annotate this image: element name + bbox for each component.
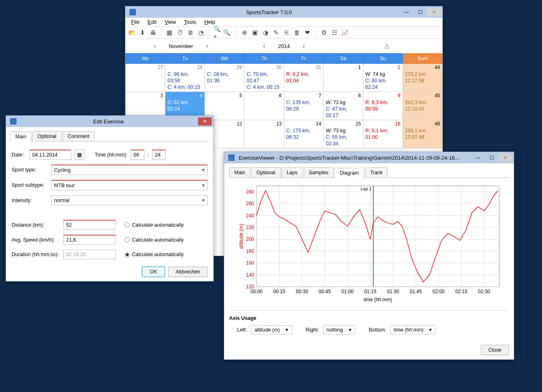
svg-text:240: 240 [246, 213, 254, 219]
vtab-track[interactable]: Track [365, 167, 388, 177]
minimize-button[interactable]: — [400, 8, 413, 16]
calendar-cell[interactable]: 7C: 135 km, 06:29 [284, 92, 323, 120]
columns-icon[interactable]: ☷ [330, 29, 338, 37]
calendar-cell[interactable]: 44270,2 km12:17:56 [402, 64, 442, 92]
vtab-optional[interactable]: Optional [251, 167, 281, 177]
menu-file[interactable]: File [128, 18, 143, 26]
calendar-cell[interactable]: 13 [244, 120, 284, 148]
calendar-cell[interactable]: 8W: 73 kgC: 47 km, 02:17 [323, 92, 363, 120]
calendar-cell[interactable]: 27 [126, 64, 165, 92]
sport-type-label: Sport type: [12, 167, 48, 173]
menu-help[interactable]: Help [201, 18, 219, 26]
open-icon[interactable]: 📂 [128, 29, 136, 37]
calendar-cell[interactable]: 31R: 8,2 km, 01:04 [284, 64, 323, 92]
duration-input[interactable] [63, 250, 116, 259]
vtab-samples[interactable]: Samples [304, 167, 334, 177]
copy-icon[interactable]: ⎘ [282, 29, 290, 37]
print-icon[interactable]: 🖶 [149, 29, 157, 37]
right-axis-label: Right: [306, 327, 319, 333]
add-weight-icon[interactable]: ◑ [261, 29, 269, 37]
date-picker-button[interactable]: ▦ [75, 150, 84, 160]
tab-comment[interactable]: Comment [63, 131, 95, 141]
dialog-app-icon [10, 118, 17, 125]
svg-text:time (hh:mm): time (hh:mm) [364, 297, 392, 302]
sport-type-select[interactable]: Cycling▾ [51, 165, 208, 175]
calendar-cell[interactable]: 28C: 96 km, 03:56C: 4 km, 00:15 [165, 64, 205, 92]
dialog-close-button[interactable]: ✕ [198, 117, 212, 125]
next-month-button[interactable]: › [203, 41, 211, 51]
home-button[interactable]: ⌂ [385, 42, 389, 50]
svg-text:01:00: 01:00 [342, 289, 354, 294]
intensity-label: Intensity: [12, 198, 48, 203]
calendar-icon[interactable]: ▦ [165, 29, 173, 37]
maximize-button[interactable]: ☐ [413, 8, 427, 16]
sport-subtype-select[interactable]: MTB tour▾ [51, 180, 208, 190]
calendar-cell[interactable]: 6 [244, 92, 284, 120]
svg-text:02:15: 02:15 [455, 289, 467, 294]
distance-input[interactable] [63, 220, 116, 230]
svg-text:altitude (m): altitude (m) [238, 224, 244, 249]
year-label: 2014 [278, 43, 290, 49]
calendar-cell[interactable]: 16R: 9,1 km, 01:00 [363, 120, 402, 148]
prev-year-button[interactable]: ‹ [260, 41, 268, 51]
zoom-out-icon[interactable]: 🔍- [224, 29, 232, 37]
calendar-cell[interactable]: 2W: 74 kgC: 60 km, 02:24 [363, 64, 402, 92]
edit-icon[interactable]: ✎ [272, 29, 280, 37]
time-hh-input[interactable] [131, 150, 144, 160]
calendar-cell[interactable]: 46239,1 km12:07:46 [402, 120, 442, 148]
viewer-minimize-button[interactable]: — [471, 154, 485, 162]
menu-tools[interactable]: Tools [181, 18, 199, 26]
calendar-cell[interactable]: 45242,3 km12:10:41 [402, 92, 442, 120]
toolbar: 📂 ⬇ 🖶 ▦ ⏱ 🗎 ◔ 🔍+ 🔍- ⊕ ▣ ◑ ✎ ⎘ 🗑 ❤ ⚙ ☷ 📈 [125, 27, 442, 39]
save-icon[interactable]: ⬇ [138, 29, 146, 37]
time-mm-input[interactable] [152, 150, 166, 160]
viewer-maximize-button[interactable]: ☐ [485, 154, 498, 162]
calendar-cell[interactable]: 14C: 175 km, 08:32 [284, 120, 323, 148]
right-axis-select[interactable]: nothing▾ [323, 325, 355, 334]
viewer-close-button[interactable]: ✕ [498, 154, 512, 162]
svg-text:02:00: 02:00 [432, 289, 444, 294]
add-note-icon[interactable]: ▣ [251, 29, 259, 37]
date-input[interactable] [29, 150, 71, 160]
calendar-cell[interactable]: 15W: 73 kgC: 55 km, 02:34 [323, 120, 363, 148]
chart-icon[interactable]: 📈 [341, 29, 349, 37]
calendar-cell[interactable]: 9R: 8,3 km, 00:59 [363, 92, 402, 120]
viewer-close-btn[interactable]: Close [481, 345, 509, 355]
day-header: Fr [284, 54, 323, 64]
distance-auto-radio[interactable]: Calculate automatically [125, 222, 184, 228]
globe-icon[interactable]: ◔ [197, 29, 205, 37]
bottom-axis-select[interactable]: time (hh:mm)▾ [390, 325, 436, 334]
next-year-button[interactable]: › [299, 41, 308, 51]
svg-text:00:45: 00:45 [319, 289, 331, 294]
avgspeed-input[interactable] [63, 235, 116, 245]
close-button[interactable]: ✕ [427, 8, 441, 16]
menu-edit[interactable]: Edit [144, 18, 160, 26]
calendar-cell[interactable]: 29C: 28 km, 01:36 [205, 64, 244, 92]
duration-auto-radio[interactable]: Calculate automatically [125, 252, 184, 257]
stopwatch-icon[interactable]: ⏱ [176, 29, 184, 37]
vtab-main[interactable]: Main [229, 167, 250, 177]
avgspeed-auto-radio[interactable]: Calculate automatically [125, 237, 184, 243]
heart-icon[interactable]: ❤ [303, 29, 311, 37]
add-exercise-icon[interactable]: ⊕ [240, 29, 248, 37]
tab-optional[interactable]: Optional [32, 131, 62, 141]
main-title: SportsTracker 7.0.0 [138, 9, 400, 15]
calendar-cell[interactable]: 30C: 70 km, 02:47C: 4 km, 00:15 [244, 64, 284, 92]
left-axis-select[interactable]: altitude (m)▾ [251, 325, 292, 334]
main-titlebar: SportsTracker 7.0.0 — ☐ ✕ [125, 6, 442, 18]
note-icon[interactable]: 🗎 [186, 29, 194, 37]
intensity-select[interactable]: normal▾ [51, 195, 208, 205]
prev-month-button[interactable]: ‹ [150, 41, 159, 51]
tab-main[interactable]: Main [10, 131, 31, 142]
zoom-in-icon[interactable]: 🔍+ [213, 29, 221, 37]
menu-view[interactable]: View [161, 18, 179, 26]
chart-area: 12014016018020022024026028000:0000:1500:… [229, 178, 509, 307]
cancel-button[interactable]: Abbrechen [168, 267, 208, 277]
vtab-laps[interactable]: Laps [281, 167, 303, 177]
vtab-diagram[interactable]: Diagram [334, 168, 364, 178]
delete-icon[interactable]: 🗑 [293, 29, 301, 37]
settings-icon[interactable]: ⚙ [320, 29, 328, 37]
calendar-cell[interactable]: 1 [323, 64, 363, 92]
ok-button[interactable]: OK [142, 267, 165, 277]
edit-exercise-dialog: Edit Exercise ✕ Main Optional Comment Da… [6, 115, 214, 281]
